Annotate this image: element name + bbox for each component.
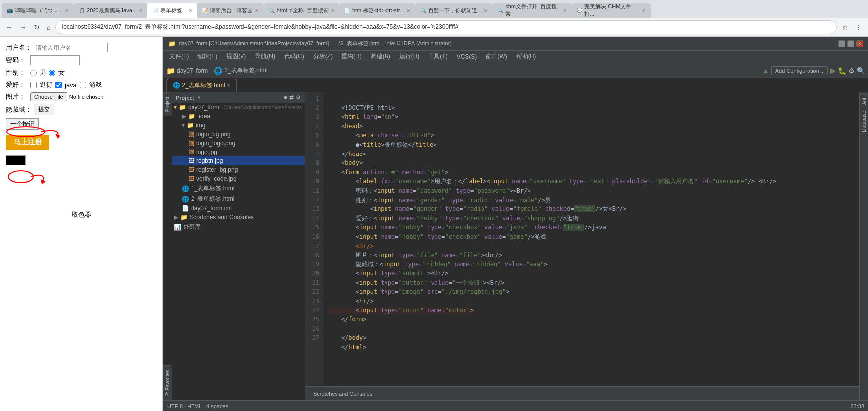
- hobby-game-checkbox[interactable]: [80, 82, 86, 88]
- forward-button[interactable]: →: [18, 21, 29, 33]
- ide-project-header: Project ▾ ⊕ ⇄ ⚙: [172, 92, 305, 103]
- tree-register-bg-label: register_bg.png: [196, 166, 238, 173]
- bottom-tab-scratches[interactable]: Scratches and Consoles: [308, 390, 377, 398]
- sync-icon[interactable]: ⇄: [289, 94, 294, 101]
- password-row: 密码：: [6, 55, 156, 65]
- hobby-shopping-checkbox[interactable]: [30, 82, 37, 88]
- tab-html-tag[interactable]: 📄 html标签<td><tr>str... ✕: [339, 3, 415, 18]
- tree-iml-icon: 📄: [182, 205, 189, 212]
- menu-vcs[interactable]: VCS(S): [453, 52, 481, 62]
- back-button[interactable]: ←: [4, 21, 15, 33]
- tab-close-chm[interactable]: ✕: [563, 8, 567, 13]
- username-row: 用户名：: [6, 43, 156, 52]
- tab-close-bilibili[interactable]: ✕: [65, 8, 69, 13]
- tree-scratches[interactable]: ▶ 📁 Scratches and Consoles: [172, 213, 305, 222]
- tree-idea[interactable]: ▶ 📁 .idea: [172, 112, 305, 121]
- tab-close-blog[interactable]: ✕: [255, 8, 259, 13]
- settings-gear-icon[interactable]: ⚙: [296, 94, 301, 101]
- toolbar-up-icon[interactable]: ▲: [762, 67, 769, 75]
- tree-verify-code[interactable]: 🖼 verify_code.jpg: [172, 174, 305, 183]
- menu-build[interactable]: 构建(B): [367, 51, 394, 62]
- username-input[interactable]: [34, 43, 108, 52]
- tree-root[interactable]: ▾ 📁 day07_form C:\Users\Administrator\Id…: [172, 103, 305, 112]
- right-tab-ant[interactable]: Ant: [860, 94, 868, 108]
- gender-male-radio[interactable]: [30, 70, 37, 76]
- menu-code[interactable]: 代码(C): [280, 51, 308, 62]
- color-label: 取色器: [6, 210, 156, 219]
- tab-close-baidu[interactable]: ✕: [483, 8, 487, 13]
- tree-form1[interactable]: 🌐 1_表单标签.html: [172, 183, 305, 194]
- file-input[interactable]: [30, 92, 134, 101]
- ide-toolbar: 📁 day07_form 🌐 2_表单标签.html ▲ Add Configu…: [163, 63, 868, 78]
- tab-close-html-tag[interactable]: ✕: [406, 8, 410, 13]
- menu-run[interactable]: 运行(U): [395, 51, 424, 62]
- menu-analyze[interactable]: 分析(Z): [309, 51, 337, 62]
- add-config-button[interactable]: Add Configuration...: [771, 66, 828, 75]
- tab-close-java[interactable]: ✕: [139, 8, 143, 13]
- tab-form[interactable]: 📄 表单标签 ✕: [147, 3, 197, 18]
- hobby-java-checkbox[interactable]: [55, 82, 62, 88]
- home-button[interactable]: ⌂: [45, 21, 52, 33]
- ide-maximize-button[interactable]: □: [847, 40, 854, 47]
- ide-file-tab[interactable]: 🌐 2_表单标签.html ×: [166, 79, 237, 92]
- project-chevron[interactable]: ▾: [198, 94, 201, 101]
- ide-vert-tabs: Project 2: Favorites: [163, 92, 172, 400]
- toolbar-run-icon[interactable]: ▶: [830, 66, 836, 75]
- menu-help[interactable]: 帮助(H): [512, 51, 540, 62]
- refresh-button[interactable]: ↻: [32, 21, 42, 33]
- add-icon[interactable]: ⊕: [283, 94, 288, 101]
- tree-register-bg[interactable]: 🖼 register_bg.png: [172, 165, 305, 174]
- menu-file[interactable]: 文件(F): [165, 51, 193, 62]
- password-input[interactable]: [30, 55, 80, 65]
- tab-chm2[interactable]: 💬 完美解决.CHM文件打... ✕: [572, 3, 651, 18]
- menu-tools[interactable]: 工具(T): [424, 51, 451, 62]
- tree-login-logo-icon: 🖼: [189, 140, 194, 147]
- right-tab-database[interactable]: Database: [860, 108, 868, 135]
- toolbar-search-icon[interactable]: 🔍: [857, 67, 865, 75]
- tree-root-path: C:\Users\Administrator\IdeaProjects: [223, 105, 302, 110]
- gender-male-label: 男: [40, 68, 46, 77]
- tab-chm[interactable]: 🔍 chm文件打开_百度搜索 ✕: [492, 3, 572, 18]
- tab-blog[interactable]: 📝 博客后台 - 博客园 ✕: [197, 3, 264, 18]
- toolbar-project-name[interactable]: day07_form: [177, 67, 208, 74]
- toolbar-settings-icon[interactable]: ⚙: [848, 67, 855, 75]
- menu-button[interactable]: ⋮: [853, 21, 864, 33]
- tree-regbtn[interactable]: 🖼 regbtn.jpg: [172, 156, 305, 165]
- tab-baidu[interactable]: 🔍 百度一下，你就知道... ✕: [415, 3, 492, 18]
- tab-close-chm2[interactable]: ✕: [642, 8, 646, 13]
- tree-login-logo[interactable]: 🖼 login_logo.png: [172, 139, 305, 148]
- ide-right-stripe: Ant Database: [859, 92, 868, 400]
- tree-form2[interactable]: 🌐 2_表单标签.html: [172, 194, 305, 204]
- vert-tab-project[interactable]: Project: [163, 92, 172, 116]
- bookmark-button[interactable]: ☆: [840, 21, 850, 33]
- tree-external-libs[interactable]: 📊 外部库: [172, 222, 305, 232]
- color-preview[interactable]: [6, 155, 26, 165]
- submit-button[interactable]: 提交: [34, 104, 54, 115]
- code-editor-content[interactable]: <!DOCTYPE html> <html lang="en"> <head> …: [323, 92, 859, 386]
- hidden-row: 隐藏域： 提交: [6, 104, 156, 115]
- tab-java[interactable]: 🎵 2020最新黑马Java... ✕: [74, 3, 147, 18]
- menu-view[interactable]: 视图(V): [222, 51, 250, 62]
- tab-html-td[interactable]: 🔍 html td全称_百度搜索 ✕: [264, 3, 339, 18]
- tab-bilibili[interactable]: 📺 哔哩哔哩（'·')つロ... ✕: [2, 3, 74, 18]
- ide-close-button[interactable]: ✕: [856, 40, 863, 47]
- tree-regbtn-icon: 🖼: [189, 157, 194, 164]
- toolbar-file-name[interactable]: 2_表单标签.html: [224, 66, 267, 75]
- menu-navigate[interactable]: 导航(N): [251, 51, 279, 62]
- tab-close-form[interactable]: ✕: [188, 8, 192, 13]
- tree-login-bg[interactable]: 🖼 login_bg.png: [172, 130, 305, 139]
- menu-refactor[interactable]: 重构(R): [338, 51, 366, 62]
- tree-img[interactable]: ▾ 📁 img: [172, 121, 305, 130]
- tree-iml[interactable]: 📄 day07_form.iml: [172, 204, 305, 213]
- toolbar-debug-icon[interactable]: 🐛: [838, 67, 846, 75]
- ide-minimize-button[interactable]: −: [838, 40, 845, 47]
- menu-edit[interactable]: 编辑(E): [193, 51, 221, 62]
- gender-female-radio[interactable]: [49, 70, 55, 76]
- menu-window[interactable]: 窗口(W): [482, 51, 511, 62]
- gender-female-label: 女: [58, 68, 65, 77]
- tree-logo[interactable]: 🖼 logo.jpg: [172, 148, 305, 156]
- vert-tab-favorites[interactable]: 2: Favorites: [163, 365, 172, 400]
- tab-close-html-td[interactable]: ✕: [331, 8, 335, 13]
- address-bar[interactable]: localhost:63342/day07_form/2_表单标签.html?u…: [55, 20, 837, 34]
- hobby-java-label: java: [65, 81, 77, 89]
